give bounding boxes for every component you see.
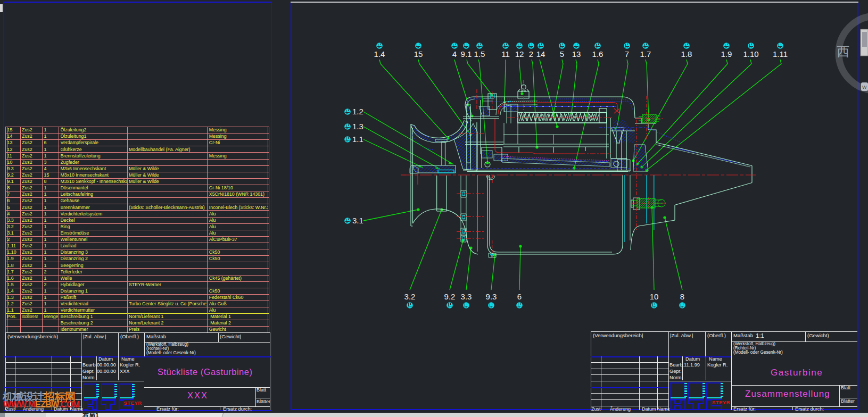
svg-text:1.5: 1.5 [474,49,485,59]
svg-text:西: 西 [837,44,849,59]
svg-text:9.1: 9.1 [461,49,472,59]
svg-text:1.7: 1.7 [640,49,651,59]
svg-text:14: 14 [536,49,545,59]
svg-text:9.2: 9.2 [444,292,456,301]
svg-text:2: 2 [529,49,533,59]
svg-text:1.8: 1.8 [681,49,692,59]
svg-text:11: 11 [501,49,510,59]
svg-text:15: 15 [414,49,423,59]
svg-text:1.11: 1.11 [773,49,788,59]
svg-text:1.9: 1.9 [721,49,732,59]
svg-text:1.10: 1.10 [743,49,758,59]
svg-text:9.3: 9.3 [486,292,497,301]
svg-text:1.4: 1.4 [374,49,385,59]
svg-text:3.2: 3.2 [404,292,416,301]
svg-text:8: 8 [680,292,684,301]
svg-text:3.3: 3.3 [461,292,472,301]
svg-text:10: 10 [650,292,659,301]
svg-text:7: 7 [625,49,629,59]
svg-text:12: 12 [515,49,524,59]
svg-text:6: 6 [517,292,522,301]
svg-text:1.2: 1.2 [352,107,363,116]
svg-text:W: W [862,85,867,90]
svg-text:13: 13 [572,49,581,59]
svg-text:1.3: 1.3 [352,122,363,131]
svg-text:1.1: 1.1 [352,135,363,144]
svg-text:3.1: 3.1 [352,216,363,225]
svg-text:5: 5 [560,49,564,59]
svg-text:4: 4 [452,49,457,59]
svg-text:1.6: 1.6 [592,49,604,59]
